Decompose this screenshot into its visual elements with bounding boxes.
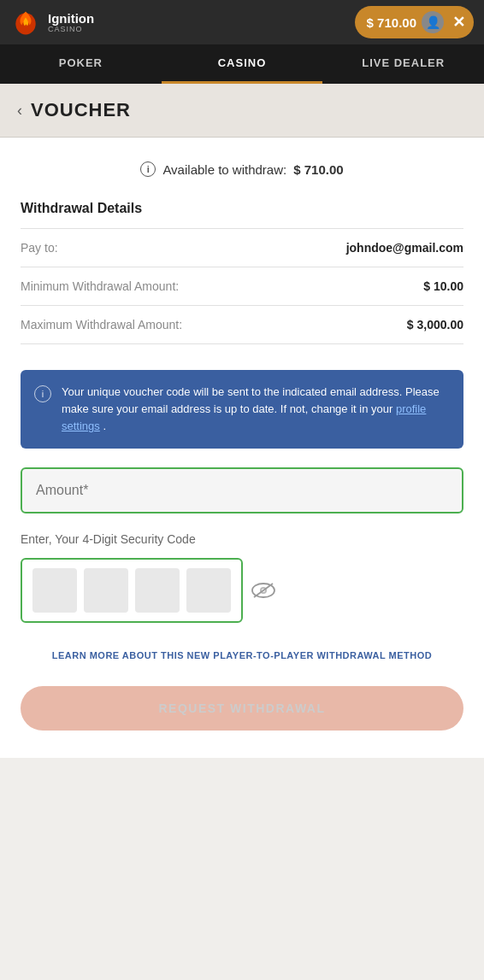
- detail-row-min: Minimum Withdrawal Amount: $ 10.00: [21, 267, 463, 306]
- flame-logo-icon: [10, 7, 41, 38]
- info-banner-text: Your unique voucher code will be sent to…: [62, 384, 450, 435]
- min-value: $ 10.00: [423, 279, 463, 293]
- max-value: $ 3,000.00: [407, 318, 463, 332]
- pay-to-label: Pay to:: [21, 241, 58, 255]
- info-banner-pre-text: Your unique voucher code will be sent to…: [62, 385, 440, 415]
- detail-row-pay-to: Pay to: johndoe@gmail.com: [21, 229, 463, 267]
- nav-casino[interactable]: CASINO: [162, 44, 323, 84]
- min-label: Minimum Withdrawal Amount:: [21, 279, 179, 293]
- page-title: VOUCHER: [31, 99, 131, 121]
- learn-more[interactable]: LEARN MORE ABOUT THIS NEW PLAYER-TO-PLAY…: [21, 647, 463, 662]
- available-row: i Available to withdraw: $ 710.00: [21, 161, 463, 177]
- security-label: Enter, Your 4-Digit Security Code: [21, 532, 463, 546]
- details-table: Pay to: johndoe@gmail.com Minimum Withdr…: [21, 228, 463, 344]
- eye-icon[interactable]: [251, 582, 275, 599]
- close-button[interactable]: ✕: [452, 13, 465, 32]
- code-box-1[interactable]: [32, 568, 77, 613]
- nav-bar: POKER CASINO LIVE DEALER: [0, 44, 484, 84]
- security-code-wrapper[interactable]: [21, 558, 243, 623]
- code-box-3[interactable]: [135, 568, 180, 613]
- pay-to-value: johndoe@gmail.com: [346, 241, 463, 255]
- logo-name: Ignition: [48, 12, 94, 25]
- logo: Ignition CASINO: [10, 7, 94, 38]
- withdraw-button[interactable]: REQUEST WITHDRAWAL: [21, 686, 463, 731]
- available-label: Available to withdraw:: [162, 162, 286, 177]
- learn-more-link[interactable]: LEARN MORE ABOUT THIS NEW PLAYER-TO-PLAY…: [52, 650, 433, 660]
- info-banner-post-text: .: [100, 420, 106, 432]
- nav-live-dealer[interactable]: LIVE DEALER: [322, 44, 484, 84]
- info-banner-icon: i: [34, 385, 51, 402]
- available-amount: $ 710.00: [293, 162, 343, 177]
- balance-amount: $ 710.00: [367, 15, 416, 30]
- info-banner: i Your unique voucher code will be sent …: [21, 370, 463, 449]
- user-icon: 👤: [422, 11, 444, 33]
- withdrawal-details-title: Withdrawal Details: [21, 201, 463, 216]
- detail-row-max: Maximum Withdrawal Amount: $ 3,000.00: [21, 306, 463, 344]
- top-bar: Ignition CASINO $ 710.00 👤 ✕: [0, 0, 484, 44]
- max-label: Maximum Withdrawal Amount:: [21, 318, 182, 332]
- logo-sub: CASINO: [48, 25, 94, 33]
- amount-input[interactable]: [36, 483, 448, 498]
- info-icon: i: [140, 161, 156, 177]
- logo-text-block: Ignition CASINO: [48, 12, 94, 33]
- code-box-2[interactable]: [84, 568, 128, 613]
- voucher-header: ‹ VOUCHER: [0, 84, 484, 138]
- balance-area[interactable]: $ 710.00 👤 ✕: [355, 6, 474, 38]
- back-button[interactable]: ‹: [17, 102, 22, 120]
- main-content: i Available to withdraw: $ 710.00 Withdr…: [0, 138, 484, 758]
- code-box-4[interactable]: [186, 568, 231, 613]
- amount-input-wrapper[interactable]: [21, 467, 463, 513]
- security-row: [21, 558, 463, 623]
- nav-poker[interactable]: POKER: [0, 44, 162, 84]
